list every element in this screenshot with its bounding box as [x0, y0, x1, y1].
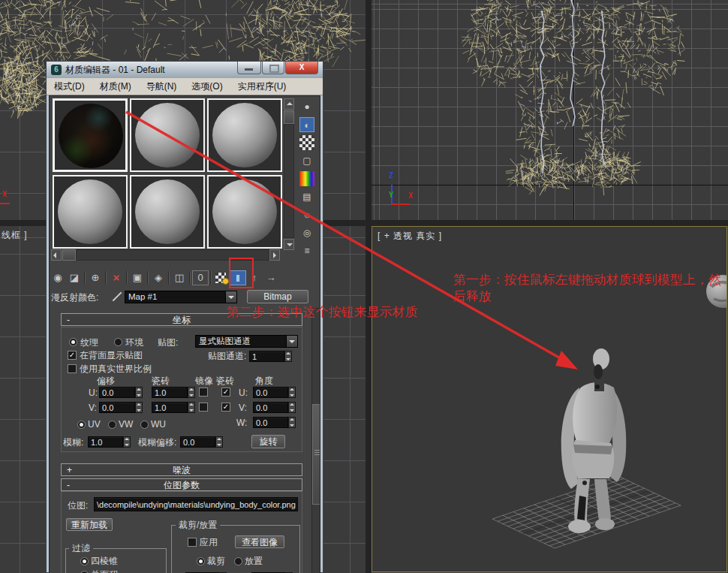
show-map-on-back-checkbox[interactable]: ✓ [68, 351, 77, 360]
show-end-result-icon[interactable]: ‖ [230, 270, 246, 285]
get-material-icon[interactable]: ◉ [50, 270, 66, 285]
v-tiling-field[interactable]: 1.0 [152, 402, 188, 413]
noise-rollout-header[interactable]: + 噪波 [61, 463, 302, 476]
background-icon[interactable] [299, 135, 314, 150]
dropdown-arrow-icon[interactable] [225, 291, 236, 303]
menu-mode[interactable]: 模式(D) [47, 80, 92, 93]
pyramidal-radio[interactable] [80, 557, 89, 565]
reset-map-icon[interactable]: × [108, 270, 125, 285]
v-angle-spinner[interactable] [288, 402, 296, 413]
material-sphere [212, 179, 277, 244]
u-tiling-spinner[interactable] [188, 387, 195, 398]
mapping-dropdown[interactable]: 显式贴图通道 [195, 335, 298, 348]
vw-radio[interactable] [108, 421, 116, 429]
material-id-channel-icon[interactable]: 0 [192, 270, 209, 285]
u-tile-checkbox[interactable]: ✓ [221, 388, 230, 397]
map-slot-dropdown[interactable]: Map #1 [125, 291, 237, 303]
u-offset-field[interactable]: 0.0 [99, 387, 135, 398]
blur-field[interactable]: 1.0 [88, 436, 123, 448]
reload-button[interactable]: 重新加载 [66, 518, 113, 531]
make-preview-icon[interactable]: ▤ [299, 189, 314, 204]
panel-scrollbar-thumb[interactable] [312, 404, 320, 505]
bitmap-type-button[interactable]: Bitmap [247, 290, 308, 303]
make-unique-icon[interactable]: ◈ [150, 270, 167, 285]
select-by-material-icon[interactable]: ◎ [299, 225, 314, 240]
blur-offset-field[interactable]: 0.0 [180, 436, 215, 448]
sample-uv-tiling-icon[interactable]: ▢ [299, 153, 314, 168]
put-to-library-icon[interactable]: ◫ [171, 270, 188, 285]
background-sphere-object[interactable] [706, 275, 727, 308]
environ-radio[interactable] [114, 338, 122, 346]
palette-scroll-down[interactable] [284, 239, 294, 250]
uv-radio[interactable] [77, 421, 86, 429]
view-image-button[interactable]: 查看图像 [235, 535, 284, 548]
maximize-button[interactable] [262, 62, 284, 74]
u-tiling-field[interactable]: 1.0 [152, 387, 188, 398]
eyedropper-icon[interactable] [112, 291, 122, 302]
viewport-splitter-vertical[interactable] [366, 0, 372, 573]
palette-hscroll-thumb[interactable] [62, 249, 76, 261]
assign-material-to-selection-icon[interactable]: ⊕ [87, 270, 104, 285]
material-slot-4[interactable] [53, 175, 128, 249]
material-slot-5[interactable] [130, 175, 205, 249]
dropdown-arrow-icon[interactable] [286, 336, 297, 347]
map-channel-spinner[interactable] [284, 351, 292, 362]
v-tile-checkbox[interactable]: ✓ [221, 403, 230, 412]
w-angle-field[interactable]: 0.0 [253, 417, 288, 428]
show-material-in-viewport-icon[interactable] [213, 270, 230, 285]
v-mirror-checkbox[interactable] [199, 403, 208, 412]
w-angle-spinner[interactable] [288, 417, 296, 428]
wu-radio[interactable] [140, 421, 149, 429]
backlight-icon[interactable]: ◐ [299, 117, 314, 132]
material-slot-2[interactable] [130, 98, 205, 172]
menu-material[interactable]: 材质(M) [92, 80, 139, 93]
title-bar[interactable]: 6 材质编辑器 - 01 - Default X [47, 62, 323, 78]
options-icon[interactable]: ☼ [299, 207, 314, 222]
coordinates-rollout-header[interactable]: - 坐标 [61, 313, 302, 326]
v-angle-field[interactable]: 0.0 [253, 402, 288, 413]
place-radio[interactable] [234, 557, 242, 565]
video-color-check-icon[interactable] [299, 171, 314, 186]
v-offset-spinner[interactable] [135, 402, 143, 413]
blur-spinner[interactable] [123, 436, 131, 448]
palette-scroll-up[interactable] [284, 98, 294, 110]
menu-options[interactable]: 选项(O) [184, 80, 230, 93]
go-to-parent-icon[interactable]: ↑ [246, 270, 263, 285]
u-angle-spinner[interactable] [288, 387, 296, 398]
palette-scroll-right[interactable] [269, 249, 280, 261]
blur-offset-spinner[interactable] [215, 436, 223, 448]
viewport-label-wireframe[interactable]: 线框 ] [2, 229, 28, 242]
rotate-button[interactable]: 旋转 [251, 435, 285, 448]
palette-vscroll-track[interactable] [284, 124, 294, 238]
material-editor-window[interactable]: 6 材质编辑器 - 01 - Default X 模式(D) 材质(M) 导航(… [46, 61, 323, 573]
make-material-copy-icon[interactable]: ▣ [129, 270, 146, 285]
maximize-icon [269, 65, 279, 73]
material-slot-3[interactable] [207, 98, 282, 172]
put-material-to-scene-icon[interactable]: ◪ [66, 270, 83, 285]
u-offset-spinner[interactable] [135, 387, 143, 398]
map-channel-field[interactable]: 1 [249, 351, 284, 362]
v-tiling-spinner[interactable] [188, 402, 195, 413]
sample-type-icon[interactable]: ● [299, 99, 314, 114]
real-world-scale-checkbox[interactable] [68, 364, 77, 373]
u-mirror-checkbox[interactable] [199, 388, 208, 397]
material-slot-6[interactable] [207, 175, 282, 249]
menu-navigation[interactable]: 导航(N) [139, 80, 185, 93]
palette-scroll-left[interactable] [51, 249, 62, 261]
material-map-navigator-icon[interactable]: ≡ [299, 243, 314, 258]
menu-utilities[interactable]: 实用程序(U) [230, 80, 294, 93]
u-angle-field[interactable]: 0.0 [253, 387, 288, 398]
material-slot-1[interactable] [53, 98, 128, 172]
bitmap-path-field[interactable]: \decompile\undying\materials\undying_bod… [94, 497, 298, 511]
go-forward-to-sibling-icon[interactable]: → [263, 270, 279, 285]
texture-radio[interactable] [69, 338, 77, 346]
close-button[interactable]: X [285, 62, 318, 74]
v-offset-field[interactable]: 0.0 [99, 402, 135, 413]
bitmap-params-rollout-header[interactable]: - 位图参数 [61, 478, 302, 491]
apply-checkbox[interactable] [188, 538, 197, 547]
minimize-button[interactable] [237, 62, 261, 74]
palette-hscroll-track[interactable] [76, 249, 269, 261]
crop-radio[interactable] [197, 557, 205, 565]
palette-vscroll-thumb[interactable] [284, 110, 294, 124]
viewport-perspective[interactable]: [ + 透视 真实 ] [372, 226, 727, 572]
